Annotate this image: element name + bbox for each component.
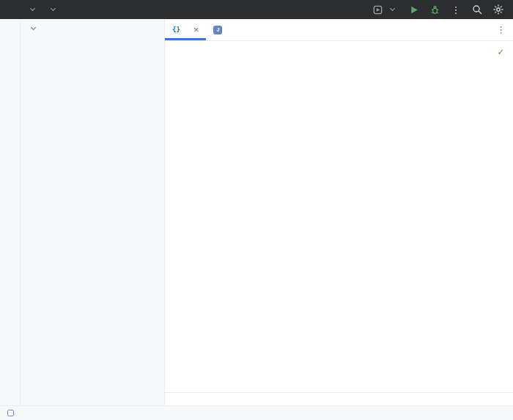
vcs-widget[interactable]	[43, 7, 60, 12]
run-config-icon	[372, 4, 383, 15]
play-icon	[408, 4, 419, 15]
tab-detail-json[interactable]: {} ×	[165, 19, 206, 40]
module-icon	[7, 410, 14, 416]
debug-button[interactable]	[427, 2, 442, 17]
gear-icon	[492, 4, 504, 15]
editor-options-icon[interactable]: ⋮	[489, 19, 513, 40]
run-config-widget[interactable]	[367, 3, 399, 17]
close-icon[interactable]: ×	[193, 24, 199, 35]
settings-button[interactable]	[491, 2, 506, 17]
more-actions-button[interactable]: ⋮	[449, 2, 463, 17]
project-widget[interactable]	[22, 7, 40, 12]
app-logo[interactable]	[7, 4, 19, 15]
search-icon	[471, 4, 483, 15]
editor-breadcrumbs	[165, 392, 513, 405]
ide-window: ⋮ {}	[0, 0, 513, 420]
chevron-down-icon	[30, 6, 35, 11]
chevron-down-icon	[390, 6, 395, 11]
project-panel	[21, 19, 165, 405]
tool-window-stripe	[0, 19, 21, 405]
code-editor[interactable]: ✓	[165, 41, 513, 392]
bug-icon	[429, 4, 440, 15]
chevron-down-icon	[51, 6, 56, 11]
status-bar	[0, 405, 513, 420]
editor-area: {} × J ⋮ ✓	[165, 19, 513, 405]
project-tree	[21, 38, 164, 405]
inspections-ok-icon[interactable]: ✓	[498, 45, 503, 59]
run-button[interactable]	[406, 2, 421, 17]
java-file-icon: J	[213, 26, 222, 34]
project-panel-header[interactable]	[21, 19, 164, 38]
editor-tabs: {} × J ⋮	[165, 19, 513, 41]
titlebar: ⋮	[0, 0, 513, 19]
tab-jsonread-java[interactable]: J	[206, 19, 234, 40]
search-everywhere-button[interactable]	[470, 2, 484, 17]
chevron-down-icon	[31, 25, 36, 30]
json-file-icon: {}	[172, 26, 180, 33]
kebab-menu-icon: ⋮	[451, 4, 461, 15]
